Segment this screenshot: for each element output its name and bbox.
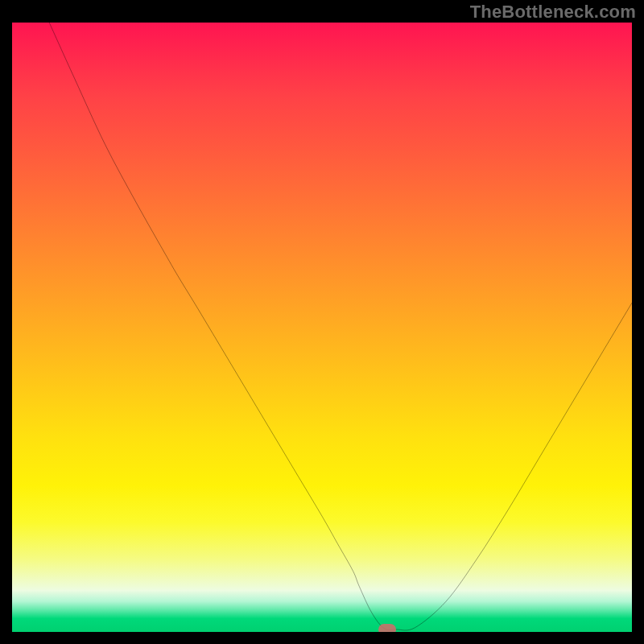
watermark-text: TheBottleneck.com xyxy=(470,2,636,23)
chart-container: TheBottleneck.com xyxy=(0,0,644,644)
curve-path xyxy=(49,23,632,630)
bottleneck-curve xyxy=(12,23,632,632)
plot-area xyxy=(12,23,632,632)
optimal-point-marker xyxy=(378,624,396,632)
